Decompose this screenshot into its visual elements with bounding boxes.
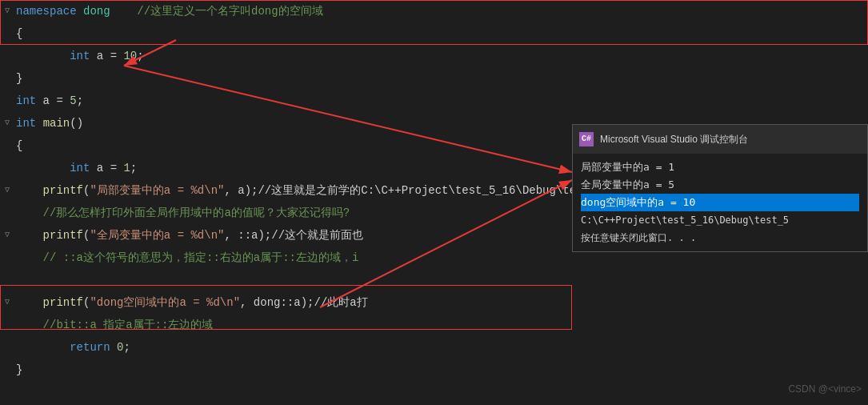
code-line-14: //bit::a 指定a属于::左边的域 [0,314,868,336]
watermark: CSDN @<vince> [788,378,862,400]
line-text-14: //bit::a 指定a属于::左边的域 [14,314,868,336]
code-editor: ▽namespace dong //这里定义一个名字叫dong的空间域{ int… [0,0,868,405]
code-line-1: { [0,22,868,45]
console-line-3: dong空间域中的a = 10 [581,194,859,211]
line-text-1: { [14,22,868,45]
console-title: Microsoft Visual Studio 调试控制台 [600,128,748,150]
code-line-12 [0,269,868,291]
line-text-15: return 0; [14,336,868,359]
code-line-15: return 0; [0,336,868,359]
fold-icon-15 [0,336,14,359]
fold-icon-3 [0,67,14,90]
fold-icon-2 [0,45,14,67]
console-line-1: 局部变量中的a = 1 [581,158,859,176]
fold-icon-5[interactable]: ▽ [0,112,14,134]
code-line-3: } [0,67,868,90]
fold-icon-0[interactable]: ▽ [0,0,14,22]
code-line-4: int a = 5; [0,90,868,112]
fold-icon-14 [0,314,14,336]
console-title-bar: C# Microsoft Visual Studio 调试控制台 [573,125,867,154]
console-line-2: 全局变量中的a = 5 [581,176,859,194]
fold-icon-13[interactable]: ▽ [0,291,14,314]
fold-icon-8[interactable]: ▽ [0,179,14,202]
code-line-0: ▽namespace dong //这里定义一个名字叫dong的空间域 [0,0,868,22]
fold-icon-9 [0,202,14,224]
fold-icon-4 [0,90,14,112]
code-line-16: } [0,359,868,381]
code-line-2: int a = 10; [0,45,868,67]
console-content: 局部变量中的a = 1 全局变量中的a = 5 dong空间域中的a = 10 … [573,154,867,251]
line-text-16: } [14,359,868,381]
code-line-13: ▽ printf("dong空间域中的a = %d\n", dong::a);/… [0,291,868,314]
line-text-2: int a = 10; [14,45,868,67]
line-text-4: int a = 5; [14,90,868,112]
console-line-path: C:\C++Project\test_5_16\Debug\test_5 [581,211,859,229]
fold-icon-7 [0,157,14,179]
fold-icon-1 [0,22,14,45]
fold-icon-12 [0,269,14,291]
line-text-13: printf("dong空间域中的a = %d\n", dong::a);//此… [14,291,868,314]
console-line-hint: 按任意键关闭此窗口. . . [581,229,859,247]
console-window: C# Microsoft Visual Studio 调试控制台 局部变量中的a… [572,124,868,252]
fold-icon-10[interactable]: ▽ [0,224,14,247]
line-text-3: } [14,67,868,90]
vs-icon: C# [579,132,594,146]
line-text-0: namespace dong //这里定义一个名字叫dong的空间域 [14,0,868,22]
fold-icon-16 [0,359,14,381]
fold-icon-6 [0,134,14,157]
line-text-12 [14,269,868,291]
fold-icon-11 [0,247,14,269]
